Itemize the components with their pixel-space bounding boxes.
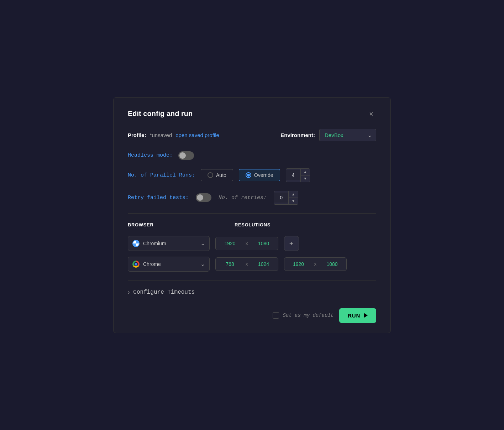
retry-failed-label: Retry failed tests: <box>128 195 189 201</box>
headless-mode-row: Headless mode: <box>128 151 376 160</box>
retries-decrement[interactable]: ▼ <box>289 198 298 204</box>
section-divider-bottom <box>128 280 376 280</box>
section-divider-top <box>128 213 376 214</box>
parallel-runs-label: No. of Parallel Runs: <box>128 172 195 178</box>
set-default-checkbox[interactable] <box>273 312 279 319</box>
headless-mode-slider <box>178 151 194 160</box>
chrome-res1-height[interactable] <box>250 258 278 271</box>
chromium-res1-height[interactable] <box>250 237 278 250</box>
browser-rows: Chromium x + Chrome x x <box>128 236 376 272</box>
retries-increment[interactable]: ▲ <box>289 191 298 198</box>
retries-count-label: No. of retries: <box>219 195 267 201</box>
browser-header-row: BROWSER RESOLUTIONS <box>128 222 376 230</box>
parallel-runs-row: No. of Parallel Runs: Auto Override 4 ▲ … <box>128 168 376 182</box>
run-button[interactable]: RUN <box>339 308 376 323</box>
chrome-browser-select[interactable]: Chrome <box>128 257 210 272</box>
environment-select-wrapper: DevBox Production Staging <box>319 129 376 141</box>
chromium-label: Chromium <box>143 241 166 246</box>
footer-row: Set as my default RUN <box>128 305 376 323</box>
override-radio-button[interactable]: Override <box>239 169 280 181</box>
chrome-row: Chrome x x <box>128 257 376 272</box>
edit-config-modal: Edit config and run × Profile: *unsaved … <box>113 97 391 333</box>
configure-timeouts-label: Configure Timeouts <box>133 289 195 295</box>
modal-title: Edit config and run <box>128 110 193 118</box>
profile-left: Profile: *unsaved open saved profile <box>128 132 219 138</box>
chromium-add-resolution-button[interactable]: + <box>284 236 299 251</box>
auto-radio-label: Auto <box>216 172 226 178</box>
retries-spinner: 0 ▲ ▼ <box>274 191 298 205</box>
retry-failed-slider <box>196 193 211 202</box>
retry-failed-row: Retry failed tests: No. of retries: 0 ▲ … <box>128 191 376 205</box>
retries-value: 0 <box>274 193 288 203</box>
chromium-resolution-1: x <box>215 237 278 250</box>
chromium-browser-select[interactable]: Chromium <box>128 236 210 251</box>
modal-header: Edit config and run × <box>128 109 376 119</box>
headless-mode-label: Headless mode: <box>128 152 173 158</box>
chrome-res2-height[interactable] <box>318 258 346 271</box>
override-radio-label: Override <box>254 172 273 178</box>
profile-right: Environment: DevBox Production Staging <box>280 129 376 141</box>
chrome-icon <box>132 261 140 268</box>
auto-radio-button[interactable]: Auto <box>201 169 233 181</box>
default-checkbox-wrapper: Set as my default <box>273 312 334 319</box>
override-radio-circle <box>246 172 251 178</box>
headless-mode-toggle[interactable] <box>178 151 194 160</box>
parallel-runs-decrement[interactable]: ▼ <box>301 175 310 182</box>
profile-row: Profile: *unsaved open saved profile Env… <box>128 129 376 141</box>
chevron-right-icon: › <box>128 289 130 295</box>
chrome-res2-width[interactable] <box>284 258 313 271</box>
parallel-runs-increment[interactable]: ▲ <box>301 169 310 175</box>
parallel-runs-spinner: 4 ▲ ▼ <box>286 168 310 182</box>
chrome-label: Chrome <box>143 261 161 267</box>
profile-label: Profile: <box>128 132 146 138</box>
environment-select[interactable]: DevBox Production Staging <box>319 129 376 141</box>
chromium-row: Chromium x + <box>128 236 376 251</box>
run-icon <box>364 313 368 318</box>
environment-label: Environment: <box>280 132 315 138</box>
chromium-res1-width[interactable] <box>216 237 244 250</box>
run-button-label: RUN <box>348 313 360 319</box>
browser-column-header: BROWSER <box>128 222 235 227</box>
retries-controls: ▲ ▼ <box>288 191 298 204</box>
chromium-res1-separator: x <box>244 241 250 246</box>
chromium-icon <box>132 240 140 247</box>
profile-status: *unsaved <box>150 132 172 138</box>
configure-timeouts-section[interactable]: › Configure Timeouts <box>128 289 376 295</box>
chrome-resolution-1: x <box>215 257 278 271</box>
auto-radio-circle <box>208 172 213 178</box>
resolutions-column-header: RESOLUTIONS <box>235 222 376 227</box>
chrome-resolution-2: x <box>284 257 347 271</box>
close-button[interactable]: × <box>366 109 376 119</box>
parallel-runs-controls: ▲ ▼ <box>300 169 310 182</box>
parallel-runs-value: 4 <box>286 170 300 180</box>
set-default-label: Set as my default <box>283 313 334 318</box>
open-saved-profile-link[interactable]: open saved profile <box>175 132 219 138</box>
chrome-res2-separator: x <box>313 261 318 267</box>
chrome-res1-separator: x <box>244 261 250 267</box>
chrome-res1-width[interactable] <box>216 258 244 271</box>
retry-failed-toggle[interactable] <box>196 193 211 202</box>
